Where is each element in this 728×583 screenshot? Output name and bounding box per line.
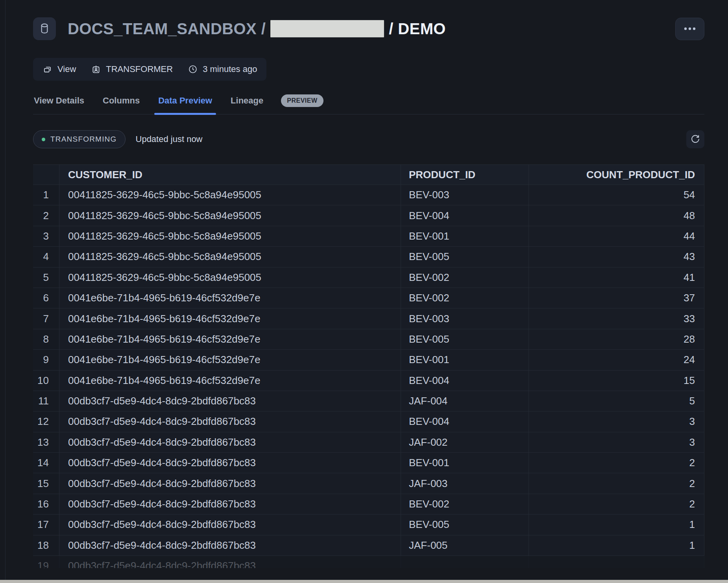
object-age: 3 minutes ago	[188, 64, 257, 74]
data-preview-table: CUSTOMER_ID PRODUCT_ID COUNT_PRODUCT_ID …	[33, 164, 704, 568]
cell-product-id: JAF-002	[401, 432, 529, 453]
clock-icon	[188, 64, 198, 74]
cell-product-id: BEV-005	[401, 247, 529, 267]
cell-customer-id: 0041e6be-71b4-4965-b619-46cf532d9e7e	[59, 329, 401, 350]
table-row[interactable]: 18 00db3cf7-d5e9-4dc4-8dc9-2bdfd867bc83 …	[33, 535, 704, 556]
row-index: 13	[33, 432, 59, 453]
table-row[interactable]: 5 00411825-3629-46c5-9bbc-5c8a94e95005 B…	[33, 268, 704, 288]
row-index: 6	[33, 288, 59, 308]
table-row[interactable]: 15 00db3cf7-d5e9-4dc4-8dc9-2bdfd867bc83 …	[33, 473, 704, 494]
preview-badge: PREVIEW	[281, 94, 323, 107]
cell-customer-id: 0041e6be-71b4-4965-b619-46cf532d9e7e	[59, 308, 401, 329]
cell-product-id: BEV-002	[401, 288, 529, 308]
object-type: View	[42, 64, 76, 74]
cell-product-id	[401, 556, 529, 568]
tab-columns[interactable]: Columns	[102, 96, 140, 114]
cell-customer-id: 00db3cf7-d5e9-4dc4-8dc9-2bdfd867bc83	[59, 473, 401, 494]
cell-product-id: JAF-004	[401, 391, 529, 411]
object-age-label: 3 minutes ago	[203, 64, 257, 74]
cell-count: 2	[529, 453, 704, 473]
table-row[interactable]: 2 00411825-3629-46c5-9bbc-5c8a94e95005 B…	[33, 205, 704, 226]
row-index: 5	[33, 268, 59, 288]
header-customer-id: CUSTOMER_ID	[59, 165, 401, 185]
cell-product-id: BEV-002	[401, 268, 529, 288]
table-row[interactable]: 13 00db3cf7-d5e9-4dc4-8dc9-2bdfd867bc83 …	[33, 432, 704, 453]
row-index: 15	[33, 473, 59, 494]
cell-customer-id: 0041e6be-71b4-4965-b619-46cf532d9e7e	[59, 350, 401, 370]
tab-data-preview[interactable]: Data Preview	[157, 96, 213, 114]
cell-count: 43	[529, 247, 704, 267]
cell-product-id: BEV-002	[401, 494, 529, 515]
table-row[interactable]: 16 00db3cf7-d5e9-4dc4-8dc9-2bdfd867bc83 …	[33, 494, 704, 515]
cell-count: 28	[529, 329, 704, 350]
row-index: 7	[33, 308, 59, 329]
cell-customer-id: 00db3cf7-d5e9-4dc4-8dc9-2bdfd867bc83	[59, 535, 401, 556]
cell-product-id: BEV-004	[401, 205, 529, 226]
table-row[interactable]: 10 0041e6be-71b4-4965-b619-46cf532d9e7e …	[33, 371, 704, 391]
cell-count: 5	[529, 391, 704, 411]
cell-product-id: BEV-001	[401, 453, 529, 473]
header-index	[33, 165, 59, 185]
panel-edge-line	[5, 0, 6, 580]
table-row[interactable]: 12 00db3cf7-d5e9-4dc4-8dc9-2bdfd867bc83 …	[33, 411, 704, 432]
object-role: TRANSFORMER	[91, 64, 173, 74]
status-label: TRANSFORMING	[50, 135, 117, 144]
cell-count: 48	[529, 205, 704, 226]
row-index: 2	[33, 205, 59, 226]
table-row[interactable]: 11 00db3cf7-d5e9-4dc4-8dc9-2bdfd867bc83 …	[33, 391, 704, 411]
breadcrumb-prefix: DOCS_TEAM_SANDBOX /	[68, 20, 266, 38]
table-row[interactable]: 7 0041e6be-71b4-4965-b619-46cf532d9e7e B…	[33, 308, 704, 329]
redacted-schema-segment	[270, 20, 384, 37]
cell-product-id: JAF-003	[401, 473, 529, 494]
row-index: 11	[33, 391, 59, 411]
refresh-button[interactable]	[686, 130, 704, 148]
cell-product-id: BEV-001	[401, 226, 529, 247]
cell-customer-id: 00db3cf7-d5e9-4dc4-8dc9-2bdfd867bc83	[59, 432, 401, 453]
table-row[interactable]: 4 00411825-3629-46c5-9bbc-5c8a94e95005 B…	[33, 247, 704, 267]
tab-view-details[interactable]: View Details	[33, 96, 85, 114]
cell-customer-id: 00db3cf7-d5e9-4dc4-8dc9-2bdfd867bc83	[59, 494, 401, 515]
status-badge: TRANSFORMING	[33, 130, 126, 148]
cell-count: 41	[529, 268, 704, 288]
cell-product-id: BEV-004	[401, 411, 529, 432]
table-row[interactable]: 19 00db3cf7-d5e9-4dc4-8dc9-2bdfd867bc83	[33, 556, 704, 568]
cell-count: 54	[529, 185, 704, 205]
cell-count: 44	[529, 226, 704, 247]
row-index: 3	[33, 226, 59, 247]
object-detail-page: DOCS_TEAM_SANDBOX / / DEMO View	[33, 0, 704, 568]
cell-count: 33	[529, 308, 704, 329]
ellipsis-icon	[684, 27, 696, 31]
table-row[interactable]: 17 00db3cf7-d5e9-4dc4-8dc9-2bdfd867bc83 …	[33, 515, 704, 535]
row-index: 17	[33, 515, 59, 535]
cell-customer-id: 00411825-3629-46c5-9bbc-5c8a94e95005	[59, 247, 401, 267]
table-row[interactable]: 1 00411825-3629-46c5-9bbc-5c8a94e95005 B…	[33, 185, 704, 205]
table-row[interactable]: 9 0041e6be-71b4-4965-b619-46cf532d9e7e B…	[33, 350, 704, 370]
row-index: 18	[33, 535, 59, 556]
cell-product-id: BEV-004	[401, 371, 529, 391]
cell-count: 15	[529, 371, 704, 391]
database-object-button[interactable]	[33, 17, 56, 40]
page-title: DOCS_TEAM_SANDBOX / / DEMO	[68, 20, 446, 38]
cell-count: 2	[529, 494, 704, 515]
status-row: TRANSFORMING Updated just now	[33, 130, 704, 148]
table-row[interactable]: 14 00db3cf7-d5e9-4dc4-8dc9-2bdfd867bc83 …	[33, 453, 704, 473]
cell-count: 3	[529, 411, 704, 432]
refresh-icon	[690, 134, 700, 144]
object-type-label: View	[57, 64, 76, 74]
cell-customer-id: 00411825-3629-46c5-9bbc-5c8a94e95005	[59, 185, 401, 205]
object-meta-bar: View TRANSFORMER 3 minutes ago	[33, 58, 266, 81]
table-row[interactable]: 8 0041e6be-71b4-4965-b619-46cf532d9e7e B…	[33, 329, 704, 350]
updated-text: Updated just now	[136, 134, 203, 144]
more-actions-button[interactable]	[675, 18, 704, 40]
row-index: 8	[33, 329, 59, 350]
cell-customer-id: 00db3cf7-d5e9-4dc4-8dc9-2bdfd867bc83	[59, 391, 401, 411]
tab-lineage[interactable]: Lineage	[230, 96, 264, 114]
cell-customer-id: 00411825-3629-46c5-9bbc-5c8a94e95005	[59, 226, 401, 247]
transformer-badge-icon	[91, 64, 101, 74]
cell-customer-id: 00411825-3629-46c5-9bbc-5c8a94e95005	[59, 205, 401, 226]
cell-count: 3	[529, 432, 704, 453]
table-row[interactable]: 3 00411825-3629-46c5-9bbc-5c8a94e95005 B…	[33, 226, 704, 247]
cell-customer-id: 00db3cf7-d5e9-4dc4-8dc9-2bdfd867bc83	[59, 515, 401, 535]
table-row[interactable]: 6 0041e6be-71b4-4965-b619-46cf532d9e7e B…	[33, 288, 704, 308]
row-index: 4	[33, 247, 59, 267]
